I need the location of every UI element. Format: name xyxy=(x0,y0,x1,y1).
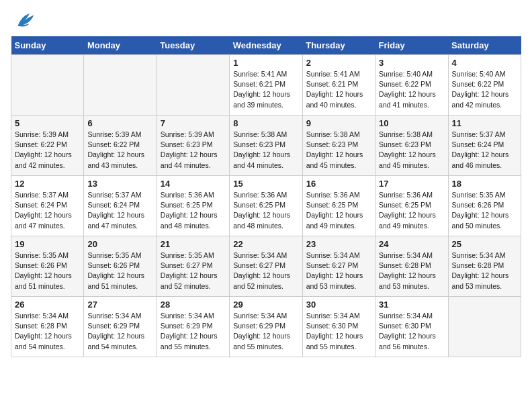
day-info: Sunrise: 5:41 AMSunset: 6:21 PMDaylight:… xyxy=(306,69,371,110)
calendar-cell: 5Sunrise: 5:39 AMSunset: 6:22 PMDaylight… xyxy=(11,116,84,176)
day-number: 11 xyxy=(452,118,517,128)
day-number: 28 xyxy=(161,300,226,310)
day-info: Sunrise: 5:35 AMSunset: 6:26 PMDaylight:… xyxy=(15,250,80,291)
day-number: 12 xyxy=(15,179,80,189)
day-info: Sunrise: 5:34 AMSunset: 6:28 PMDaylight:… xyxy=(15,311,80,352)
day-info: Sunrise: 5:38 AMSunset: 6:23 PMDaylight:… xyxy=(233,130,298,171)
calendar-cell: 7Sunrise: 5:39 AMSunset: 6:23 PMDaylight… xyxy=(157,116,229,176)
calendar-cell: 9Sunrise: 5:38 AMSunset: 6:23 PMDaylight… xyxy=(302,116,375,176)
day-number: 5 xyxy=(15,118,80,128)
logo xyxy=(11,11,35,30)
day-number: 13 xyxy=(87,179,152,189)
weekday-header-sunday: Sunday xyxy=(11,36,84,55)
day-info: Sunrise: 5:34 AMSunset: 6:27 PMDaylight:… xyxy=(233,250,298,291)
calendar-table: SundayMondayTuesdayWednesdayThursdayFrid… xyxy=(11,36,521,357)
calendar-cell: 13Sunrise: 5:37 AMSunset: 6:24 PMDayligh… xyxy=(84,176,157,236)
calendar-cell: 31Sunrise: 5:34 AMSunset: 6:30 PMDayligh… xyxy=(375,297,448,357)
day-number: 18 xyxy=(452,179,517,189)
calendar-cell: 11Sunrise: 5:37 AMSunset: 6:24 PMDayligh… xyxy=(448,116,521,176)
day-info: Sunrise: 5:39 AMSunset: 6:22 PMDaylight:… xyxy=(15,130,80,171)
day-number: 10 xyxy=(379,118,444,128)
day-number: 7 xyxy=(161,118,226,128)
calendar-cell xyxy=(157,55,229,116)
day-info: Sunrise: 5:36 AMSunset: 6:25 PMDaylight:… xyxy=(161,190,226,231)
day-number: 29 xyxy=(233,300,298,310)
calendar-cell: 1Sunrise: 5:41 AMSunset: 6:21 PMDaylight… xyxy=(230,55,302,116)
day-info: Sunrise: 5:38 AMSunset: 6:23 PMDaylight:… xyxy=(306,130,371,171)
day-number: 14 xyxy=(161,179,226,189)
day-number: 25 xyxy=(452,239,517,249)
calendar-cell: 24Sunrise: 5:34 AMSunset: 6:28 PMDayligh… xyxy=(375,236,448,297)
day-info: Sunrise: 5:39 AMSunset: 6:22 PMDaylight:… xyxy=(87,130,152,171)
calendar-cell: 23Sunrise: 5:34 AMSunset: 6:27 PMDayligh… xyxy=(302,236,375,297)
day-number: 23 xyxy=(306,239,371,249)
calendar-cell: 6Sunrise: 5:39 AMSunset: 6:22 PMDaylight… xyxy=(84,116,157,176)
day-info: Sunrise: 5:38 AMSunset: 6:23 PMDaylight:… xyxy=(379,130,444,171)
day-number: 22 xyxy=(233,239,298,249)
calendar-cell xyxy=(11,55,84,116)
day-info: Sunrise: 5:34 AMSunset: 6:28 PMDaylight:… xyxy=(379,250,444,291)
calendar-cell: 20Sunrise: 5:35 AMSunset: 6:26 PMDayligh… xyxy=(84,236,157,297)
day-info: Sunrise: 5:34 AMSunset: 6:29 PMDaylight:… xyxy=(87,311,152,352)
calendar-cell: 26Sunrise: 5:34 AMSunset: 6:28 PMDayligh… xyxy=(11,297,84,357)
calendar-cell: 10Sunrise: 5:38 AMSunset: 6:23 PMDayligh… xyxy=(375,116,448,176)
day-number: 8 xyxy=(233,118,298,128)
day-number: 3 xyxy=(379,58,444,68)
day-number: 24 xyxy=(379,239,444,249)
day-info: Sunrise: 5:35 AMSunset: 6:27 PMDaylight:… xyxy=(161,250,226,291)
calendar-cell xyxy=(448,297,521,357)
day-info: Sunrise: 5:36 AMSunset: 6:25 PMDaylight:… xyxy=(379,190,444,231)
day-info: Sunrise: 5:35 AMSunset: 6:26 PMDaylight:… xyxy=(87,250,152,291)
day-number: 1 xyxy=(233,58,298,68)
day-number: 26 xyxy=(15,300,80,310)
calendar-cell: 18Sunrise: 5:35 AMSunset: 6:26 PMDayligh… xyxy=(448,176,521,236)
day-number: 16 xyxy=(306,179,371,189)
calendar-cell: 19Sunrise: 5:35 AMSunset: 6:26 PMDayligh… xyxy=(11,236,84,297)
day-number: 21 xyxy=(161,239,226,249)
page-header xyxy=(11,11,521,30)
day-number: 4 xyxy=(452,58,517,68)
day-info: Sunrise: 5:34 AMSunset: 6:27 PMDaylight:… xyxy=(306,250,371,291)
day-number: 20 xyxy=(87,239,152,249)
calendar-cell: 27Sunrise: 5:34 AMSunset: 6:29 PMDayligh… xyxy=(84,297,157,357)
calendar-cell: 4Sunrise: 5:40 AMSunset: 6:22 PMDaylight… xyxy=(448,55,521,116)
day-info: Sunrise: 5:40 AMSunset: 6:22 PMDaylight:… xyxy=(452,69,517,110)
weekday-header-friday: Friday xyxy=(375,36,448,55)
calendar-cell: 8Sunrise: 5:38 AMSunset: 6:23 PMDaylight… xyxy=(230,116,302,176)
day-number: 27 xyxy=(87,300,152,310)
day-number: 31 xyxy=(379,300,444,310)
calendar-cell: 17Sunrise: 5:36 AMSunset: 6:25 PMDayligh… xyxy=(375,176,448,236)
calendar-cell: 29Sunrise: 5:34 AMSunset: 6:29 PMDayligh… xyxy=(230,297,302,357)
day-info: Sunrise: 5:34 AMSunset: 6:28 PMDaylight:… xyxy=(452,250,517,291)
calendar-cell: 16Sunrise: 5:36 AMSunset: 6:25 PMDayligh… xyxy=(302,176,375,236)
day-number: 9 xyxy=(306,118,371,128)
day-number: 2 xyxy=(306,58,371,68)
day-info: Sunrise: 5:36 AMSunset: 6:25 PMDaylight:… xyxy=(233,190,298,231)
day-info: Sunrise: 5:37 AMSunset: 6:24 PMDaylight:… xyxy=(87,190,152,231)
weekday-header-tuesday: Tuesday xyxy=(157,36,229,55)
day-info: Sunrise: 5:37 AMSunset: 6:24 PMDaylight:… xyxy=(15,190,80,231)
day-number: 17 xyxy=(379,179,444,189)
calendar-cell: 2Sunrise: 5:41 AMSunset: 6:21 PMDaylight… xyxy=(302,55,375,116)
calendar-cell: 3Sunrise: 5:40 AMSunset: 6:22 PMDaylight… xyxy=(375,55,448,116)
calendar-cell: 14Sunrise: 5:36 AMSunset: 6:25 PMDayligh… xyxy=(157,176,229,236)
calendar-cell: 12Sunrise: 5:37 AMSunset: 6:24 PMDayligh… xyxy=(11,176,84,236)
calendar-cell xyxy=(84,55,157,116)
day-info: Sunrise: 5:39 AMSunset: 6:23 PMDaylight:… xyxy=(161,130,226,171)
day-info: Sunrise: 5:37 AMSunset: 6:24 PMDaylight:… xyxy=(452,130,517,171)
calendar-cell: 22Sunrise: 5:34 AMSunset: 6:27 PMDayligh… xyxy=(230,236,302,297)
weekday-header-monday: Monday xyxy=(84,36,157,55)
day-info: Sunrise: 5:34 AMSunset: 6:29 PMDaylight:… xyxy=(233,311,298,352)
calendar-cell: 15Sunrise: 5:36 AMSunset: 6:25 PMDayligh… xyxy=(230,176,302,236)
calendar-cell: 30Sunrise: 5:34 AMSunset: 6:30 PMDayligh… xyxy=(302,297,375,357)
day-info: Sunrise: 5:40 AMSunset: 6:22 PMDaylight:… xyxy=(379,69,444,110)
logo-bird-icon xyxy=(13,11,35,30)
day-info: Sunrise: 5:34 AMSunset: 6:30 PMDaylight:… xyxy=(379,311,444,352)
day-info: Sunrise: 5:36 AMSunset: 6:25 PMDaylight:… xyxy=(306,190,371,231)
day-info: Sunrise: 5:34 AMSunset: 6:29 PMDaylight:… xyxy=(161,311,226,352)
weekday-header-thursday: Thursday xyxy=(302,36,375,55)
day-number: 6 xyxy=(87,118,152,128)
day-number: 19 xyxy=(15,239,80,249)
day-number: 15 xyxy=(233,179,298,189)
calendar-cell: 25Sunrise: 5:34 AMSunset: 6:28 PMDayligh… xyxy=(448,236,521,297)
